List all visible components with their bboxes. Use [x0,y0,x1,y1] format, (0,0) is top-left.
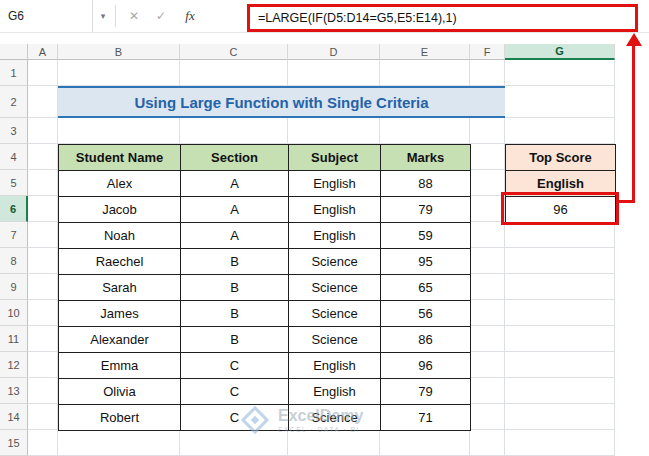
cell[interactable]: Science [289,275,381,301]
cell[interactable]: Alex [59,171,181,197]
cell[interactable]: 86 [381,327,471,353]
gridline-v [614,60,615,456]
cell[interactable]: Jacob [59,197,181,223]
cell[interactable]: Robert [59,405,181,431]
cell[interactable]: 96 [381,353,471,379]
row-header-12[interactable]: 12 [0,352,28,378]
cell[interactable]: Science [289,327,381,353]
row-header-6[interactable]: 6 [0,196,28,222]
row-header-8[interactable]: 8 [0,248,28,274]
toolbar-divider [115,5,116,27]
formula-text: =LARGE(IF(D5:D14=G5,E5:E14),1) [258,11,457,25]
row-header-4[interactable]: 4 [0,144,28,170]
column-header-D[interactable]: D [288,44,380,60]
cell[interactable]: Science [289,301,381,327]
cell[interactable]: Emma [59,353,181,379]
header-marks[interactable]: Marks [381,145,471,171]
cell[interactable]: James [59,301,181,327]
cell[interactable]: 71 [381,405,471,431]
cell[interactable]: B [181,327,289,353]
cell[interactable]: Sarah [59,275,181,301]
row-header-1[interactable]: 1 [0,60,28,86]
cell[interactable]: B [181,249,289,275]
cell[interactable]: C [181,353,289,379]
cell[interactable]: Science [289,249,381,275]
cell[interactable]: Alexander [59,327,181,353]
cell[interactable]: Noah [59,223,181,249]
cell[interactable]: 59 [381,223,471,249]
page-title: Using Large Function with Single Criteri… [134,94,428,111]
row-header-13[interactable]: 13 [0,378,28,404]
header-subject[interactable]: Subject [289,145,381,171]
row-header-2[interactable]: 2 [0,86,28,118]
header-student-name[interactable]: Student Name [59,145,181,171]
row-header-3[interactable]: 3 [0,118,28,144]
row-header-7[interactable]: 7 [0,222,28,248]
select-all-corner[interactable] [0,44,28,60]
column-header-A[interactable]: A [28,44,58,60]
row-header-11[interactable]: 11 [0,326,28,352]
cell[interactable]: 56 [381,301,471,327]
cell[interactable]: Science [289,405,381,431]
arrow-line [632,44,635,203]
spreadsheet-grid: A B C D E F G 1 2 3 4 5 6 7 8 9 10 11 12… [0,44,649,456]
row-header-14[interactable]: 14 [0,404,28,430]
header-section[interactable]: Section [181,145,289,171]
gridline-v [504,60,505,456]
insert-function-icon[interactable]: fx [178,0,202,32]
row-header-9[interactable]: 9 [0,274,28,300]
cell[interactable]: A [181,197,289,223]
cell[interactable]: Olivia [59,379,181,405]
enter-icon[interactable]: ✓ [149,0,173,32]
cell[interactable]: English [289,171,381,197]
student-table: Student Name Section Subject Marks Alex … [58,144,471,431]
cell[interactable]: B [181,301,289,327]
cell[interactable]: 95 [381,249,471,275]
cell[interactable]: 79 [381,379,471,405]
cell[interactable]: English [289,197,381,223]
arrow-stub [619,200,635,203]
cell[interactable]: 79 [381,197,471,223]
cell[interactable]: A [181,171,289,197]
title-banner: Using Large Function with Single Criteri… [58,86,505,118]
cell[interactable]: Raechel [59,249,181,275]
row-header-15[interactable]: 15 [0,430,28,456]
formula-bar[interactable]: =LARGE(IF(D5:D14=G5,E5:E14),1) [247,4,638,32]
cancel-icon[interactable]: ✕ [122,0,146,32]
cell[interactable]: English [289,353,381,379]
name-box-value: G6 [8,9,24,23]
excel-window: G6 ▾ ✕ ✓ fx =LARGE(IF(D5:D14=G5,E5:E14),… [0,0,649,456]
row-header-10[interactable]: 10 [0,300,28,326]
column-header-B[interactable]: B [58,44,180,60]
cell[interactable]: 65 [381,275,471,301]
cell[interactable]: C [181,405,289,431]
column-header-E[interactable]: E [380,44,470,60]
column-header-F[interactable]: F [470,44,505,60]
cell[interactable]: English [289,379,381,405]
cell[interactable]: A [181,223,289,249]
name-box[interactable]: G6 [0,0,93,32]
cell[interactable]: B [181,275,289,301]
cell[interactable]: 88 [381,171,471,197]
formula-toolbar: G6 ▾ ✕ ✓ fx =LARGE(IF(D5:D14=G5,E5:E14),… [0,0,649,33]
result-header-cell[interactable]: Top Score [506,145,616,171]
selected-cell-highlight [501,192,619,225]
name-box-dropdown-icon[interactable]: ▾ [94,0,112,32]
cell[interactable]: C [181,379,289,405]
row-header-5[interactable]: 5 [0,170,28,196]
column-header-C[interactable]: C [180,44,288,60]
cell[interactable]: English [289,223,381,249]
column-header-G[interactable]: G [505,44,615,60]
